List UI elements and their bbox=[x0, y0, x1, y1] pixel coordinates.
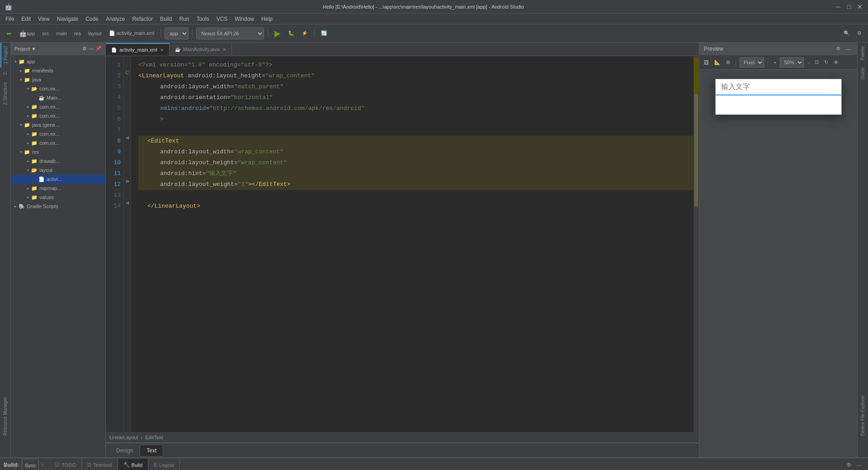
tree-item-drawable[interactable]: ▸ 📁 drawab... bbox=[11, 157, 105, 166]
preview-minimize-btn[interactable]: — bbox=[844, 45, 853, 52]
device-pixel-select[interactable]: Pixel bbox=[740, 57, 764, 67]
menu-bar: File Edit View Navigate Code Analyze Ref… bbox=[0, 14, 868, 24]
build-panel-minimize-btn[interactable]: — bbox=[854, 459, 864, 470]
device-selector[interactable]: Nexus 5X API 26 bbox=[196, 28, 264, 39]
menu-vcs[interactable]: VCS bbox=[213, 14, 231, 24]
scrollbar-thumb[interactable] bbox=[694, 94, 698, 206]
project-pin-icon[interactable]: 📌 bbox=[95, 46, 102, 52]
v-tab-resource[interactable]: Resource Manager bbox=[1, 394, 9, 439]
project-settings-icon[interactable]: ⚙ bbox=[82, 46, 87, 52]
menu-window[interactable]: Window bbox=[231, 14, 258, 24]
v-tab-project[interactable]: 1:Project bbox=[0, 43, 10, 67]
settings-btn[interactable]: ⚙ bbox=[854, 27, 864, 40]
code-line-1: <?xml version="1.0" encoding="utf-8"?> bbox=[138, 60, 693, 71]
tree-item-comex4[interactable]: ▸ 📁 com.ex... bbox=[11, 129, 105, 138]
tree-item-activity-xml[interactable]: 📄 activi... bbox=[11, 175, 105, 184]
v-tab-2[interactable]: 2: bbox=[1, 67, 9, 78]
preview-both-btn[interactable]: ⊞ bbox=[724, 58, 732, 66]
menu-analyze[interactable]: Analyze bbox=[102, 14, 129, 24]
menu-navigate[interactable]: Navigate bbox=[53, 14, 82, 24]
tree-item-mipmap[interactable]: ▸ 📁 mipmap... bbox=[11, 184, 105, 193]
breadcrumb-linearlayout[interactable]: LinearLayout bbox=[109, 435, 138, 440]
tree-item-comex1[interactable]: ▾ 📂 com.ex... bbox=[11, 84, 105, 93]
maximize-button[interactable]: □ bbox=[845, 3, 853, 10]
sync-button[interactable]: 🔄 bbox=[318, 27, 330, 40]
todo-tab[interactable]: ☑ TODO bbox=[50, 459, 82, 470]
menu-help[interactable]: Help bbox=[258, 14, 276, 24]
preview-eye-btn[interactable]: 👁 bbox=[832, 59, 840, 66]
menu-refactor[interactable]: Refactor bbox=[129, 14, 156, 24]
code-line-4: android:orientation="horizontal" bbox=[138, 92, 693, 103]
preview-zoom-in-btn[interactable]: + bbox=[772, 59, 778, 66]
preview-blueprint-btn[interactable]: 📐 bbox=[712, 58, 722, 66]
preview-edittext[interactable] bbox=[716, 79, 841, 95]
res-btn[interactable]: res bbox=[71, 27, 84, 40]
app-name-btn[interactable]: 🤖 app bbox=[16, 27, 38, 40]
preview-design-mode-btn[interactable]: 🖼 bbox=[702, 59, 711, 66]
profile-button[interactable]: ⚡ bbox=[299, 27, 311, 40]
toolbar-back-btn[interactable]: ⬅ bbox=[4, 27, 14, 40]
code-content[interactable]: <?xml version="1.0" encoding="utf-8"?> <… bbox=[131, 56, 693, 432]
src-btn[interactable]: src bbox=[39, 27, 52, 40]
sync-button-bottom[interactable]: Sync bbox=[22, 459, 39, 470]
preview-zoom-out-btn[interactable]: - bbox=[806, 59, 811, 66]
debug-button[interactable]: 🐛 bbox=[285, 27, 297, 40]
bottom-tab-text[interactable]: Text bbox=[140, 445, 163, 456]
tab-activity-xml[interactable]: 📄 activity_main.xml ✕ bbox=[106, 43, 170, 56]
app-selector[interactable]: app bbox=[165, 28, 189, 39]
tree-item-java[interactable]: ▾ 📁 java bbox=[11, 75, 105, 84]
preview-settings-btn[interactable]: ⚙ bbox=[834, 45, 842, 52]
tree-item-gradle[interactable]: ▸ 🐘 Gradle Scripts bbox=[11, 202, 105, 211]
tree-item-layout[interactable]: ▾ 📂 layout bbox=[11, 166, 105, 175]
tree-item-manifests[interactable]: ▸ 📁 manifests bbox=[11, 66, 105, 75]
search-everywhere-btn[interactable]: 🔍 bbox=[841, 27, 853, 40]
preview-toolbar: 🖼 📐 ⊞ Pixel + 50% - ⊡ ↻ 👁 bbox=[699, 55, 857, 70]
tree-item-comex3[interactable]: ▸ 📁 com.ex... bbox=[11, 111, 105, 120]
zoom-select[interactable]: 50% bbox=[780, 57, 804, 67]
xml-btn[interactable]: 📄 activity_main.xml bbox=[106, 27, 157, 40]
preview-content bbox=[699, 70, 857, 457]
tree-item-comex5[interactable]: ▸ 📁 com.ex... bbox=[11, 138, 105, 147]
project-collapse-icon[interactable]: — bbox=[89, 46, 94, 52]
code-line-2: <LinearLayout android:layout_height="wra… bbox=[138, 71, 693, 81]
main-btn[interactable]: main bbox=[53, 27, 70, 40]
tree-item-comex2[interactable]: ▸ 📁 com.ex... bbox=[11, 102, 105, 111]
logcat-tab[interactable]: 6: Logcat bbox=[148, 459, 180, 470]
minimize-button[interactable]: ─ bbox=[835, 3, 842, 10]
menu-code[interactable]: Code bbox=[82, 14, 102, 24]
menu-edit[interactable]: Edit bbox=[18, 14, 34, 24]
device-file-explorer-tab[interactable]: Device File Explorer bbox=[859, 392, 867, 439]
sync-close[interactable]: ✕ bbox=[39, 462, 46, 467]
v-tab-structure[interactable]: Z-Structure bbox=[1, 79, 9, 109]
menu-file[interactable]: File bbox=[2, 14, 18, 24]
project-panel: Project ▼ ⚙ — 📌 ▾ 📁 app ▸ 📁 manifests bbox=[11, 43, 106, 457]
tree-item-javagene[interactable]: ▾ 📁 java (gene... bbox=[11, 120, 105, 129]
palette-tab[interactable]: Palette bbox=[859, 43, 867, 64]
menu-view[interactable]: View bbox=[34, 14, 53, 24]
breadcrumb-edittext[interactable]: EditText bbox=[145, 435, 163, 440]
preview-rotate-btn[interactable]: ↻ bbox=[822, 58, 830, 66]
preview-fit-btn[interactable]: ⊡ bbox=[813, 58, 821, 66]
tree-item-values[interactable]: ▸ 📁 values bbox=[11, 193, 105, 202]
tab-mainactivity-java[interactable]: ☕ MainActivity.java ✕ bbox=[170, 43, 232, 56]
menu-build[interactable]: Build bbox=[156, 14, 176, 24]
close-button[interactable]: ✕ bbox=[856, 3, 863, 10]
editor-scrollbar[interactable] bbox=[693, 56, 699, 432]
code-editor[interactable]: 1 2 3 4 5 6 7 8 9 10 11 12 13 14 C bbox=[106, 56, 699, 432]
menu-run[interactable]: Run bbox=[176, 14, 193, 24]
tree-item-main[interactable]: ☕ Main... bbox=[11, 93, 105, 102]
build-tab-btn[interactable]: 🔨 Build bbox=[118, 459, 148, 470]
build-panel-settings-btn[interactable]: ⚙ bbox=[844, 459, 854, 470]
menu-tools[interactable]: Tools bbox=[193, 14, 213, 24]
guide-tab[interactable]: Guide bbox=[859, 64, 867, 83]
bottom-tab-design[interactable]: Design bbox=[109, 445, 140, 456]
run-button[interactable]: ▶ bbox=[272, 27, 283, 40]
tree-label-activity-xml: activi... bbox=[47, 176, 62, 182]
tree-item-res[interactable]: ▾ 📁 res bbox=[11, 147, 105, 157]
tab-activity-xml-close[interactable]: ✕ bbox=[160, 47, 164, 52]
project-tree: ▾ 📁 app ▸ 📁 manifests ▾ 📁 java ▾ 📂 com.e… bbox=[11, 55, 105, 457]
layout-btn[interactable]: layout bbox=[85, 27, 104, 40]
tree-item-app[interactable]: ▾ 📁 app bbox=[11, 57, 105, 66]
terminal-tab[interactable]: ⊡ Terminal bbox=[82, 459, 118, 470]
tab-mainactivity-java-close[interactable]: ✕ bbox=[222, 47, 226, 52]
